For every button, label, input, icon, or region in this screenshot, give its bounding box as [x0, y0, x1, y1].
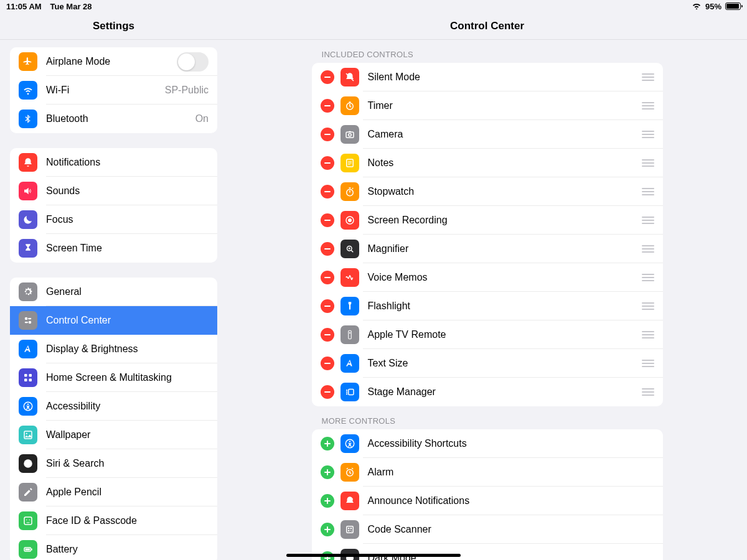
remove-button[interactable] — [321, 99, 334, 113]
record-icon — [341, 211, 359, 230]
svg-rect-54 — [346, 393, 347, 394]
svg-point-2 — [29, 321, 32, 324]
control-label: Camera — [368, 129, 642, 140]
remove-button[interactable] — [321, 271, 334, 284]
remove-button[interactable] — [321, 242, 334, 256]
sidebar-item-apple-pencil[interactable]: Apple Pencil — [10, 478, 217, 506]
sidebar-item-label: Notifications — [46, 157, 209, 168]
svg-rect-69 — [348, 528, 349, 529]
svg-rect-19 — [324, 77, 331, 78]
add-button[interactable] — [321, 523, 334, 536]
moon-icon — [19, 210, 37, 229]
svg-rect-6 — [24, 379, 27, 382]
remove-button[interactable] — [321, 185, 334, 198]
alarm-icon — [341, 463, 359, 482]
svg-rect-13 — [24, 517, 32, 525]
drag-handle-icon[interactable] — [642, 388, 654, 396]
svg-rect-3 — [25, 322, 28, 323]
detail-pane[interactable]: Included Controls Silent ModeTimerCamera… — [227, 40, 747, 560]
settings-sidebar[interactable]: Airplane ModeWi-FiSP-PublicBluetoothOnNo… — [0, 40, 227, 560]
remove-button[interactable] — [321, 357, 334, 370]
sidebar-item-screen-time[interactable]: Screen Time — [10, 234, 217, 263]
svg-point-9 — [27, 403, 29, 404]
drag-handle-icon[interactable] — [642, 302, 654, 310]
control-row-timer: Timer — [312, 91, 663, 120]
remove-button[interactable] — [321, 156, 334, 170]
sidebar-item-siri-search[interactable]: Siri & Search — [10, 449, 217, 478]
bell-icon — [19, 153, 37, 172]
drag-handle-icon[interactable] — [642, 131, 654, 138]
sidebar-item-value: On — [195, 113, 209, 124]
switches-icon — [19, 311, 37, 330]
remove-button[interactable] — [321, 213, 334, 227]
status-battery-pct: 95% — [705, 2, 721, 11]
sidebar-item-sounds[interactable]: Sounds — [10, 177, 217, 205]
textsize-icon — [341, 354, 359, 373]
codescan-icon — [341, 520, 359, 539]
sidebar-item-notifications[interactable]: Notifications — [10, 148, 217, 177]
nav-title-settings: Settings — [0, 12, 227, 39]
sidebar-item-accessibility[interactable]: Accessibility — [10, 392, 217, 421]
drag-handle-icon[interactable] — [642, 331, 654, 338]
drag-handle-icon[interactable] — [642, 274, 654, 281]
sidebar-item-label: General — [46, 286, 209, 297]
more-controls-list: Accessibility ShortcutsAlarmAnnounce Not… — [312, 429, 663, 560]
wifi-icon — [692, 2, 702, 11]
remove-button[interactable] — [321, 70, 334, 84]
svg-rect-56 — [324, 443, 331, 444]
sidebar-item-label: Battery — [46, 544, 209, 555]
svg-point-14 — [26, 520, 27, 521]
home-indicator[interactable] — [286, 554, 461, 557]
sidebar-item-display-brightness[interactable]: Display & Brightness — [10, 335, 217, 363]
drag-handle-icon[interactable] — [642, 245, 654, 253]
sidebar-item-control-center[interactable]: Control Center — [10, 306, 217, 335]
remove-button[interactable] — [321, 328, 334, 342]
speaker-icon — [19, 182, 37, 200]
included-controls-list: Silent ModeTimerCameraNotesStopwatchScre… — [312, 63, 663, 406]
drag-handle-icon[interactable] — [642, 360, 654, 367]
battery-icon — [19, 540, 37, 559]
control-row-flashlight: Flashlight — [312, 292, 663, 320]
toggle-airplane-mode[interactable] — [177, 52, 209, 72]
control-label: Text Size — [368, 358, 642, 369]
drag-handle-icon[interactable] — [642, 217, 654, 224]
remove-button[interactable] — [321, 128, 334, 141]
sidebar-item-airplane-mode[interactable]: Airplane Mode — [10, 47, 217, 76]
sidebar-item-battery[interactable]: Battery — [10, 535, 217, 560]
sidebar-item-bluetooth[interactable]: BluetoothOn — [10, 105, 217, 133]
drag-handle-icon[interactable] — [642, 159, 654, 167]
sidebar-item-home-screen-multitasking[interactable]: Home Screen & Multitasking — [10, 363, 217, 392]
svg-rect-67 — [324, 529, 331, 530]
remove-button[interactable] — [321, 385, 334, 399]
control-row-screen-recording: Screen Recording — [312, 206, 663, 235]
add-button[interactable] — [321, 465, 334, 479]
svg-point-48 — [349, 332, 350, 334]
remove-button[interactable] — [321, 299, 334, 313]
magnifier-icon — [341, 240, 359, 258]
drag-handle-icon[interactable] — [642, 102, 654, 110]
control-row-alarm: Alarm — [312, 458, 663, 487]
voicememo-icon — [341, 268, 359, 287]
control-row-stopwatch: Stopwatch — [312, 177, 663, 206]
add-button[interactable] — [321, 437, 334, 450]
sidebar-item-wallpaper[interactable]: Wallpaper — [10, 421, 217, 449]
control-row-camera: Camera — [312, 120, 663, 149]
sidebar-item-general[interactable]: General — [10, 278, 217, 306]
svg-point-12 — [24, 459, 32, 468]
tvremote-icon — [341, 325, 359, 344]
svg-line-41 — [351, 250, 353, 252]
svg-point-0 — [25, 317, 28, 320]
svg-rect-44 — [324, 277, 331, 278]
sidebar-item-face-id-passcode[interactable]: Face ID & Passcode — [10, 506, 217, 535]
svg-rect-50 — [324, 391, 331, 393]
svg-point-58 — [349, 441, 350, 442]
add-button[interactable] — [321, 494, 334, 508]
sidebar-item-wi-fi[interactable]: Wi-FiSP-Public — [10, 76, 217, 105]
drag-handle-icon[interactable] — [642, 188, 654, 195]
sidebar-item-label: Apple Pencil — [46, 487, 209, 498]
sidebar-item-label: Face ID & Passcode — [46, 515, 209, 526]
drag-handle-icon[interactable] — [642, 73, 654, 81]
svg-rect-73 — [351, 531, 352, 531]
sidebar-item-focus[interactable]: Focus — [10, 205, 217, 234]
svg-rect-1 — [28, 318, 31, 319]
